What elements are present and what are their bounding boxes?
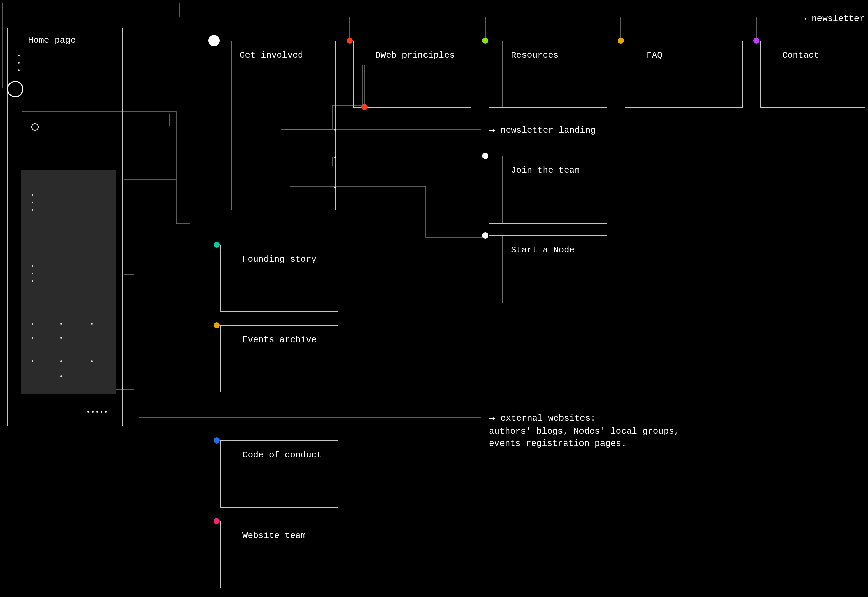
node-dot-website-team xyxy=(214,518,220,524)
newsletter-landing-label: newsletter landing xyxy=(500,125,596,135)
node-dot-resources xyxy=(482,38,488,44)
node-dot-faq xyxy=(618,38,624,44)
home-thumb-ring xyxy=(31,123,39,131)
node-code-of-conduct[interactable]: Code of conduct xyxy=(220,441,338,508)
dot-icon xyxy=(60,360,62,362)
dot-icon xyxy=(91,323,92,325)
node-label: Contact xyxy=(774,41,827,70)
node-label: Join the team xyxy=(503,156,588,185)
newsletter-label: newsletter xyxy=(812,13,865,24)
home-anchor-ring xyxy=(7,81,24,97)
node-dot-start-node xyxy=(482,232,488,239)
dot-icon xyxy=(31,323,33,325)
dot-icon xyxy=(18,62,20,64)
dot-icon xyxy=(31,194,33,196)
node-join-team[interactable]: Join the team xyxy=(489,156,607,224)
node-dweb-principles[interactable]: DWeb principles xyxy=(353,41,471,108)
node-dot-code-of-conduct xyxy=(214,437,220,444)
node-get-involved[interactable]: Get involved xyxy=(218,41,336,210)
node-label: FAQ xyxy=(639,41,671,70)
node-label: Website team xyxy=(234,521,314,550)
node-label: Founding story xyxy=(234,245,325,273)
node-dot-dweb-principles xyxy=(347,38,353,44)
node-label: DWeb principles xyxy=(367,41,463,70)
home-page-title: Home page xyxy=(28,34,76,46)
node-dot-events-archive xyxy=(214,322,220,328)
dot-icon xyxy=(31,337,33,339)
dot-icon xyxy=(31,209,33,211)
node-subdot-dweb-principles xyxy=(362,104,368,110)
node-dot-get-involved xyxy=(208,35,220,46)
node-dot-contact xyxy=(753,38,759,44)
node-label: Code of conduct xyxy=(234,441,330,469)
arrow-icon: → xyxy=(489,412,495,426)
port-dot xyxy=(334,129,336,131)
node-website-team[interactable]: Website team xyxy=(220,521,338,588)
arrow-icon: → xyxy=(489,124,495,138)
home-page-wireframe: Home page xyxy=(7,28,123,426)
external-links-note: →external websites: authors' blogs, Node… xyxy=(489,411,760,450)
dot-icon xyxy=(31,273,33,275)
node-faq[interactable]: FAQ xyxy=(625,41,743,108)
dot-icon xyxy=(60,376,62,377)
dot-icon xyxy=(31,360,33,362)
node-resources[interactable]: Resources xyxy=(489,41,607,108)
dot-icon xyxy=(31,265,33,267)
pager-dots xyxy=(88,411,107,413)
port-dot xyxy=(334,187,336,189)
external-text: external websites: authors' blogs, Nodes… xyxy=(489,413,679,448)
home-content-panel xyxy=(21,171,116,394)
link-newsletter[interactable]: →newsletter xyxy=(800,11,865,25)
node-founding-story[interactable]: Founding story xyxy=(220,245,338,312)
node-dot-join-team xyxy=(482,153,488,159)
port-dot xyxy=(334,156,336,158)
sitemap-diagram: Home page xyxy=(0,0,868,597)
dot-icon xyxy=(91,360,92,362)
node-label: Get involved xyxy=(232,41,311,70)
node-label: Events archive xyxy=(234,325,325,354)
dot-icon xyxy=(18,70,20,71)
node-label: Start a Node xyxy=(503,236,582,264)
node-contact[interactable]: Contact xyxy=(760,41,865,108)
dot-icon xyxy=(60,323,62,325)
dot-icon xyxy=(18,55,20,56)
dot-icon xyxy=(31,202,33,203)
dot-icon xyxy=(31,280,33,282)
node-start-node[interactable]: Start a Node xyxy=(489,236,607,303)
link-newsletter-landing[interactable]: →newsletter landing xyxy=(489,123,596,137)
node-events-archive[interactable]: Events archive xyxy=(220,325,338,392)
node-dot-founding-story xyxy=(214,242,220,248)
arrow-icon: → xyxy=(800,12,806,26)
dot-icon xyxy=(60,337,62,339)
node-label: Resources xyxy=(503,41,567,70)
